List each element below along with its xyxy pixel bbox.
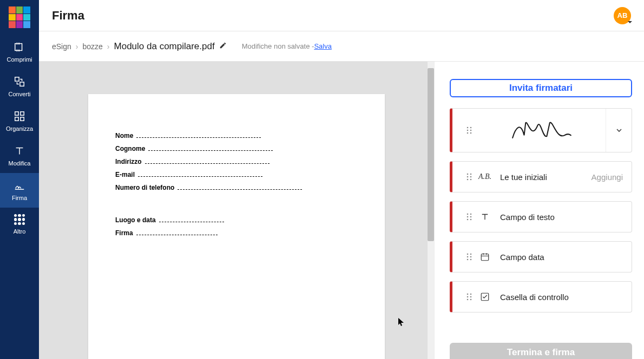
add-initials-button[interactable]: Aggiungi [592, 172, 623, 182]
svg-point-28 [470, 256, 472, 258]
svg-point-26 [470, 254, 472, 255]
nav-label: Altro [14, 228, 26, 235]
text-field-label: Campo di testo [500, 212, 623, 222]
expand-signature-button[interactable] [606, 109, 632, 152]
svg-rect-31 [481, 254, 489, 261]
drag-handle-icon[interactable] [461, 292, 477, 301]
nav-modifica[interactable]: Modifica [0, 138, 39, 173]
drag-handle-icon[interactable] [461, 212, 477, 221]
nav-altro[interactable]: Altro [0, 208, 39, 241]
scrollbar-track[interactable] [428, 62, 434, 359]
drag-handle-icon[interactable] [461, 126, 477, 135]
svg-rect-6 [21, 117, 24, 121]
svg-point-8 [470, 127, 472, 129]
nav-organizza[interactable]: Organizza [0, 104, 39, 138]
nav-converti[interactable]: Converti [0, 69, 39, 104]
breadcrumb-file: Modulo da compilare.pdf [114, 41, 215, 52]
text-field-card[interactable]: Campo di testo [450, 201, 632, 232]
text-icon [14, 145, 25, 157]
svg-point-7 [467, 127, 469, 129]
form-field: Indirizzo [115, 158, 358, 165]
svg-rect-5 [15, 117, 18, 121]
nav-label: Comprimi [6, 56, 32, 63]
svg-point-19 [467, 214, 469, 215]
save-link[interactable]: Salva [314, 42, 332, 50]
form-field: Cognome [115, 145, 358, 152]
page-title: Firma [52, 9, 84, 23]
form-field: Firma [115, 229, 358, 237]
initials-badge: A.B. [477, 172, 492, 181]
signature-preview [477, 115, 606, 145]
breadcrumb-folder[interactable]: bozze [82, 42, 102, 51]
initials-label: Le tue iniziali [500, 172, 592, 182]
svg-rect-4 [21, 112, 24, 115]
cursor-icon [398, 318, 405, 327]
nav-comprimi[interactable]: Comprimi [0, 35, 39, 69]
breadcrumb: eSign › bozze › Modulo da compilare.pdf … [39, 31, 644, 62]
scrollbar-thumb[interactable] [428, 68, 434, 241]
svg-point-24 [470, 219, 472, 221]
organize-icon [14, 110, 25, 122]
nav-label: Converti [9, 91, 31, 97]
svg-point-17 [467, 179, 469, 181]
document-page[interactable]: Nome Cognome Indirizzo E-mail Numero di … [88, 94, 385, 359]
svg-point-16 [470, 176, 472, 178]
drag-handle-icon[interactable] [461, 172, 477, 181]
svg-rect-2 [20, 82, 24, 86]
document-canvas[interactable]: Nome Cognome Indirizzo E-mail Numero di … [39, 62, 434, 359]
breadcrumb-sep: › [76, 42, 78, 51]
svg-rect-0 [15, 44, 22, 51]
save-status: Modifiche non salvate - [242, 42, 314, 50]
checkbox-card[interactable]: Casella di controllo [450, 281, 632, 313]
svg-point-23 [467, 219, 469, 221]
calendar-icon [477, 252, 492, 262]
checkbox-label: Casella di controllo [500, 292, 623, 302]
initials-card[interactable]: A.B. Le tue iniziali Aggiungi [450, 161, 632, 192]
sidebar: Comprimi Converti Organizza Modifica Fir… [0, 0, 39, 359]
svg-point-25 [467, 254, 469, 255]
svg-point-27 [467, 256, 469, 258]
nav-label: Organizza [6, 125, 33, 132]
form-field: E-mail [115, 171, 358, 178]
svg-point-15 [467, 176, 469, 178]
svg-point-30 [470, 259, 472, 261]
svg-point-12 [470, 132, 472, 134]
svg-point-21 [467, 216, 469, 218]
svg-point-11 [467, 132, 469, 134]
main-area: Firma AB eSign › bozze › Modulo da compi… [39, 0, 644, 359]
svg-point-18 [470, 179, 472, 181]
svg-point-13 [467, 174, 469, 175]
form-field: Nome [115, 132, 358, 139]
invite-signers-button[interactable]: Invita firmatari [450, 79, 632, 97]
breadcrumb-root[interactable]: eSign [52, 42, 71, 51]
date-field-card[interactable]: Campo data [450, 241, 632, 272]
svg-point-33 [470, 294, 472, 295]
svg-point-34 [467, 296, 469, 298]
nav-firma[interactable]: Firma [0, 173, 39, 208]
finish-sign-button[interactable]: Termina e firma [450, 343, 632, 359]
app-logo[interactable] [9, 6, 30, 28]
svg-point-22 [470, 216, 472, 218]
svg-point-14 [470, 174, 472, 175]
signature-card[interactable] [450, 108, 632, 152]
date-field-label: Campo data [500, 252, 623, 262]
svg-rect-1 [15, 77, 19, 81]
avatar[interactable]: AB [614, 7, 631, 24]
form-field: Luogo e data [115, 216, 358, 224]
convert-icon [14, 76, 25, 88]
svg-point-35 [470, 296, 472, 298]
svg-point-9 [467, 130, 469, 131]
svg-point-36 [467, 299, 469, 301]
svg-point-20 [470, 214, 472, 215]
edit-filename-icon[interactable] [219, 42, 227, 51]
breadcrumb-sep: › [107, 42, 110, 51]
checkbox-icon [477, 292, 492, 302]
nav-label: Firma [12, 195, 27, 201]
nav-label: Modifica [9, 160, 31, 167]
svg-point-10 [470, 130, 472, 131]
signature-icon [14, 179, 25, 191]
svg-rect-3 [15, 112, 18, 115]
text-icon [477, 212, 492, 222]
drag-handle-icon[interactable] [461, 252, 477, 261]
form-field: Numero di telefono [115, 184, 358, 191]
